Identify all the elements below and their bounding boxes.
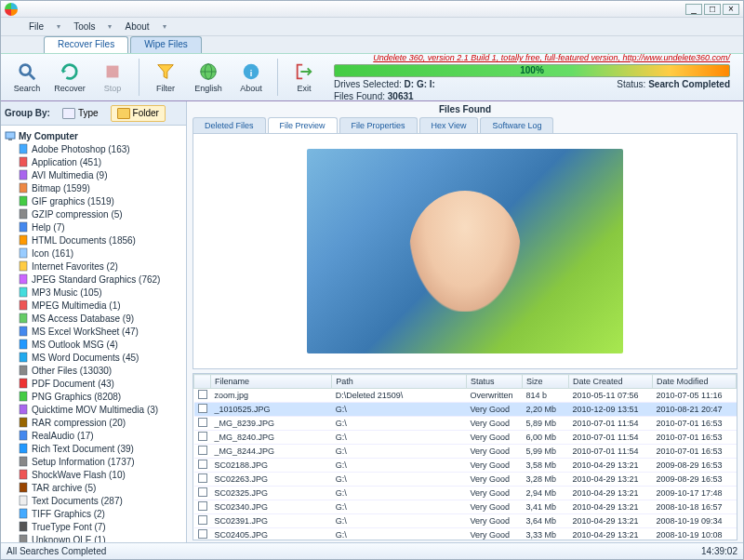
tree-item[interactable]: Other Files (13030) xyxy=(3,364,184,377)
tab-file-preview[interactable]: File Preview xyxy=(268,117,338,133)
tree-item[interactable]: JPEG Standard Graphics (762) xyxy=(3,273,184,286)
tree-item[interactable]: PNG Graphics (8208) xyxy=(3,390,184,403)
tab-file-properties[interactable]: File Properties xyxy=(339,117,418,133)
progress-bar: 100% xyxy=(334,64,730,77)
tree-item[interactable]: HTML Documents (1856) xyxy=(3,233,184,247)
cell-size: 5,89 Mb xyxy=(523,417,569,431)
tree-item[interactable]: RealAudio (17) xyxy=(3,429,184,442)
exit-button[interactable]: Exit xyxy=(284,56,325,99)
tree-item[interactable]: Bitmap (1599) xyxy=(3,181,184,194)
table-row[interactable]: _1010525.JPGG:\Very Good2,20 Mb2010-12-0… xyxy=(194,403,737,417)
exit-icon xyxy=(294,61,314,82)
tree-item[interactable]: Setup Information (1737) xyxy=(3,455,184,468)
row-checkbox[interactable] xyxy=(198,487,207,497)
cell-filename: zoom.jpg xyxy=(211,389,332,403)
svg-rect-34 xyxy=(20,457,27,466)
tree-item[interactable]: ShockWave Flash (10) xyxy=(3,468,184,481)
menu-file[interactable]: File xyxy=(29,21,44,32)
tree-item[interactable]: Application (451) xyxy=(3,155,184,168)
table-row[interactable]: zoom.jpgD:\Deleted 21509\Overwritten814 … xyxy=(194,389,737,403)
table-row[interactable]: SC02391.JPGG:\Very Good3,64 Mb2010-04-29… xyxy=(194,514,737,528)
row-checkbox[interactable] xyxy=(198,446,207,455)
tree-item[interactable]: MS Word Documents (45) xyxy=(3,351,184,364)
minimize-button[interactable]: _ xyxy=(685,4,702,15)
tree-item[interactable]: Adobe Photoshop (163) xyxy=(3,142,184,155)
language-button[interactable]: English xyxy=(188,56,229,99)
table-row[interactable]: _MG_8240.JPGG:\Very Good6,00 Mb2010-07-0… xyxy=(194,431,737,445)
col-created[interactable]: Date Created xyxy=(569,375,653,389)
table-row[interactable]: _MG_8239.JPGG:\Very Good5,89 Mb2010-07-0… xyxy=(194,417,737,431)
tree-item[interactable]: GZIP compression (5) xyxy=(3,207,184,220)
row-checkbox[interactable] xyxy=(198,390,207,399)
tree-item[interactable]: MS Access Database (9) xyxy=(3,312,184,325)
table-row[interactable]: _MG_8244.JPGG:\Very Good5,99 Mb2010-07-0… xyxy=(194,445,737,459)
file-grid[interactable]: Filename Path Status Size Date Created D… xyxy=(193,373,737,540)
about-label: About xyxy=(240,84,262,93)
filetype-icon xyxy=(18,417,29,428)
group-by-folder-button[interactable]: Folder xyxy=(111,105,166,122)
col-modified[interactable]: Date Modified xyxy=(653,375,737,389)
cell-status: Very Good xyxy=(467,487,523,500)
tab-deleted-files[interactable]: Deleted Files xyxy=(193,117,266,133)
tree-item[interactable]: TAR archive (5) xyxy=(3,481,184,494)
row-checkbox[interactable] xyxy=(198,404,207,413)
maximize-button[interactable]: □ xyxy=(704,4,721,15)
svg-rect-36 xyxy=(20,483,27,492)
row-checkbox[interactable] xyxy=(198,432,207,441)
cell-size: 3,28 Mb xyxy=(523,473,569,487)
search-button[interactable]: Search xyxy=(7,56,47,99)
tree-item[interactable]: TIFF Graphics (2) xyxy=(3,507,184,520)
tree-item[interactable]: Icon (161) xyxy=(3,247,184,260)
recover-button[interactable]: Recover xyxy=(49,56,90,99)
tree-item[interactable]: Unknown OLE (1) xyxy=(3,533,184,542)
menu-tools[interactable]: Tools xyxy=(73,21,95,32)
table-row[interactable]: SC02188.JPGG:\Very Good3,58 Mb2010-04-29… xyxy=(194,459,737,473)
tree-item[interactable]: Internet Favorites (2) xyxy=(3,260,184,273)
col-filename[interactable]: Filename xyxy=(211,375,332,389)
svg-rect-17 xyxy=(20,235,27,245)
tree-item[interactable]: PDF Document (43) xyxy=(3,377,184,390)
filter-button[interactable]: Filter xyxy=(145,56,186,99)
tree-item[interactable]: RAR compression (20) xyxy=(3,416,184,429)
tab-hex-view[interactable]: Hex View xyxy=(419,117,479,133)
row-checkbox[interactable] xyxy=(198,515,207,525)
row-checkbox[interactable] xyxy=(198,501,207,511)
file-type-tree[interactable]: My Computer Adobe Photoshop (163)Applica… xyxy=(1,126,186,542)
tree-item[interactable]: GIF graphics (1519) xyxy=(3,194,184,207)
col-status[interactable]: Status xyxy=(467,375,523,389)
tab-software-log[interactable]: Software Log xyxy=(480,117,553,133)
tree-item[interactable]: MPEG Multimedia (1) xyxy=(3,299,184,312)
cell-path: G:\ xyxy=(332,431,467,445)
promo-link[interactable]: Undelete 360, version 2.1 Build 1, total… xyxy=(334,53,730,62)
tree-item[interactable]: AVI Multimedia (9) xyxy=(3,168,184,181)
table-row[interactable]: SC02263.JPGG:\Very Good3,28 Mb2010-04-29… xyxy=(194,473,737,487)
tree-item[interactable]: MP3 Music (105) xyxy=(3,286,184,299)
group-by-type-button[interactable]: Type xyxy=(56,105,105,122)
tree-item[interactable]: MS Outlook MSG (4) xyxy=(3,338,184,351)
table-row[interactable]: SC02405.JPGG:\Very Good3,33 Mb2010-04-29… xyxy=(194,528,737,541)
tab-recover-files[interactable]: Recover Files xyxy=(44,36,128,53)
row-checkbox[interactable] xyxy=(198,418,207,427)
stop-button: Stop xyxy=(92,56,133,99)
cell-created: 2010-04-29 13:21 xyxy=(569,473,653,487)
status-text: All Searches Completed xyxy=(7,546,106,556)
tab-wipe-files[interactable]: Wipe Files xyxy=(130,36,202,53)
row-checkbox[interactable] xyxy=(198,460,207,469)
tree-root[interactable]: My Computer xyxy=(3,129,184,142)
table-row[interactable]: SC02325.JPGG:\Very Good2,94 Mb2010-04-29… xyxy=(194,487,737,500)
tree-item[interactable]: Quicktime MOV Multimedia (3) xyxy=(3,403,184,416)
col-path[interactable]: Path xyxy=(332,375,467,389)
about-button[interactable]: i About xyxy=(231,56,272,99)
row-checkbox[interactable] xyxy=(198,473,207,483)
tree-item[interactable]: MS Excel WorkSheet (47) xyxy=(3,325,184,338)
tree-item[interactable]: TrueType Font (7) xyxy=(3,520,184,533)
close-button[interactable]: × xyxy=(723,4,739,15)
tree-item[interactable]: Text Documents (287) xyxy=(3,494,184,507)
menu-about[interactable]: About xyxy=(125,21,149,32)
table-row[interactable]: SC02340.JPGG:\Very Good3,41 Mb2010-04-29… xyxy=(194,500,737,514)
col-size[interactable]: Size xyxy=(523,375,569,389)
tree-item[interactable]: Help (7) xyxy=(3,220,184,233)
cell-path: G:\ xyxy=(332,514,467,528)
row-checkbox[interactable] xyxy=(198,529,207,539)
tree-item[interactable]: Rich Text Document (39) xyxy=(3,442,184,455)
